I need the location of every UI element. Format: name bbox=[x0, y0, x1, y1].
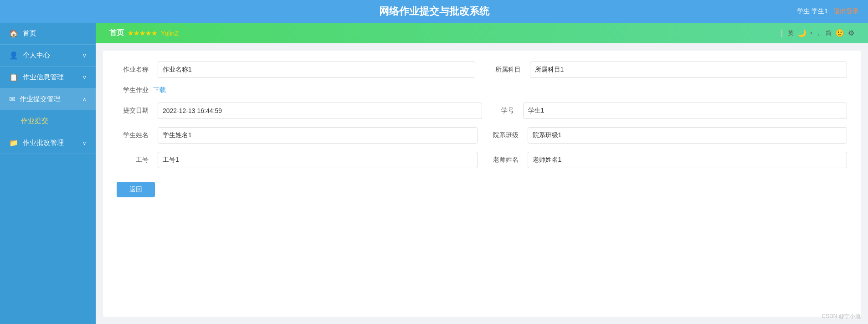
person-icon: 👤 bbox=[9, 51, 18, 60]
submit-date-input[interactable] bbox=[158, 103, 482, 119]
smile-icon[interactable]: 🙂 bbox=[835, 29, 844, 37]
homework-name-input[interactable] bbox=[158, 62, 475, 78]
header-user-area: 学生 学生1 退出登录 bbox=[797, 7, 859, 15]
download-link[interactable]: 下载 bbox=[153, 86, 166, 94]
sidebar-item-submit-mgmt[interactable]: ✉ 作业提交管理 ∧ bbox=[0, 88, 96, 110]
teacher-name-label: 老师姓名 bbox=[487, 156, 519, 164]
work-number-input[interactable] bbox=[158, 152, 478, 168]
subject-field bbox=[530, 62, 847, 78]
sidebar: 🏠 首页 👤 个人中心 ∨ 📋 作业信息管理 ∨ ✉ 作业提交管理 ∧ 作业提交… bbox=[0, 23, 96, 324]
sidebar-item-homework-info[interactable]: 📋 作业信息管理 ∨ bbox=[0, 67, 96, 88]
footer-watermark: CSDN @宁小流 bbox=[822, 313, 861, 320]
home-icon: 🏠 bbox=[9, 29, 18, 38]
sidebar-item-label-submit-mgmt: 作业提交管理 bbox=[20, 95, 61, 103]
dot-icon: • bbox=[810, 31, 812, 36]
breadcrumb-sub: YulinZ bbox=[161, 30, 179, 37]
chevron-down-icon: ∨ bbox=[82, 52, 87, 59]
department-label: 院系班级 bbox=[487, 131, 519, 139]
form-row-date: 提交日期 学号 bbox=[117, 103, 847, 119]
work-number-field bbox=[158, 152, 478, 168]
divider-icon bbox=[781, 30, 782, 37]
form-row-work-number: 工号 老师姓名 bbox=[117, 152, 847, 168]
sidebar-item-label-submit: 作业提交 bbox=[9, 117, 48, 125]
breadcrumb-bar: 首页 ★★★★★ YulinZ 英 🌙 • ， 简 🙂 ⚙ bbox=[96, 23, 868, 43]
form-row-homework: 作业名称 所属科目 bbox=[117, 62, 847, 78]
lang-cn-icon[interactable]: 简 bbox=[826, 29, 832, 37]
subject-input[interactable] bbox=[530, 62, 847, 78]
sidebar-item-review[interactable]: 📁 作业批改管理 ∨ bbox=[0, 132, 96, 154]
submit-date-field bbox=[158, 103, 482, 119]
sidebar-item-label-home: 首页 bbox=[23, 29, 36, 38]
work-number-label: 工号 bbox=[117, 156, 149, 164]
student-id-field bbox=[523, 103, 847, 119]
layout: 🏠 首页 👤 个人中心 ∨ 📋 作业信息管理 ∨ ✉ 作业提交管理 ∧ 作业提交… bbox=[0, 23, 868, 324]
back-button[interactable]: 返回 bbox=[117, 182, 155, 197]
mail-icon: ✉ bbox=[9, 95, 15, 103]
form-area: 作业名称 所属科目 学生作业 下载 提交日期 学号 bbox=[103, 51, 861, 317]
sidebar-item-personal[interactable]: 👤 个人中心 ∨ bbox=[0, 45, 96, 67]
student-name-label: 学生姓名 bbox=[117, 131, 149, 139]
sidebar-item-label-personal: 个人中心 bbox=[23, 51, 50, 60]
student-work-label: 学生作业 bbox=[117, 86, 149, 94]
main-content: 首页 ★★★★★ YulinZ 英 🌙 • ， 简 🙂 ⚙ 作业名称 bbox=[96, 23, 868, 324]
sidebar-item-submit[interactable]: 作业提交 bbox=[0, 110, 96, 132]
homework-name-field bbox=[158, 62, 475, 78]
subject-label: 所属科目 bbox=[484, 66, 521, 74]
breadcrumb-text: 首页 bbox=[109, 28, 124, 38]
header-user-label: 学生 学生1 bbox=[797, 7, 828, 15]
chevron-down-icon-2: ∨ bbox=[82, 74, 87, 81]
department-field bbox=[528, 127, 847, 144]
form-row-student-name: 学生姓名 院系班级 bbox=[117, 127, 847, 144]
comma-icon: ， bbox=[816, 29, 822, 37]
lang-en-icon[interactable]: 英 bbox=[788, 29, 794, 37]
sidebar-item-label-review: 作业批改管理 bbox=[23, 139, 64, 147]
department-input[interactable] bbox=[528, 127, 847, 144]
folder-icon: 📁 bbox=[9, 139, 18, 147]
student-id-label: 学号 bbox=[491, 107, 514, 115]
student-id-input[interactable] bbox=[523, 103, 847, 119]
logout-button[interactable]: 退出登录 bbox=[833, 7, 859, 15]
toolbar-icons: 英 🌙 • ， 简 🙂 ⚙ bbox=[781, 29, 854, 37]
header: 网络作业提交与批改系统 学生 学生1 退出登录 bbox=[0, 0, 868, 23]
chevron-up-icon: ∧ bbox=[82, 96, 87, 103]
gear-icon[interactable]: ⚙ bbox=[848, 29, 854, 37]
homework-name-label: 作业名称 bbox=[117, 66, 149, 74]
student-name-input[interactable] bbox=[158, 127, 478, 144]
sidebar-item-label-homework-info: 作业信息管理 bbox=[23, 73, 64, 82]
clipboard-icon: 📋 bbox=[9, 73, 18, 82]
submit-date-label: 提交日期 bbox=[117, 107, 149, 115]
teacher-name-field bbox=[528, 152, 847, 168]
moon-icon[interactable]: 🌙 bbox=[797, 29, 806, 37]
header-title: 网络作业提交与批改系统 bbox=[379, 5, 489, 18]
breadcrumb-stars: ★★★★★ bbox=[128, 29, 157, 37]
form-row-student-work: 学生作业 下载 bbox=[117, 86, 847, 94]
teacher-name-input[interactable] bbox=[528, 152, 847, 168]
student-name-field bbox=[158, 127, 478, 144]
sidebar-item-home[interactable]: 🏠 首页 bbox=[0, 23, 96, 45]
chevron-down-icon-3: ∨ bbox=[82, 140, 87, 146]
